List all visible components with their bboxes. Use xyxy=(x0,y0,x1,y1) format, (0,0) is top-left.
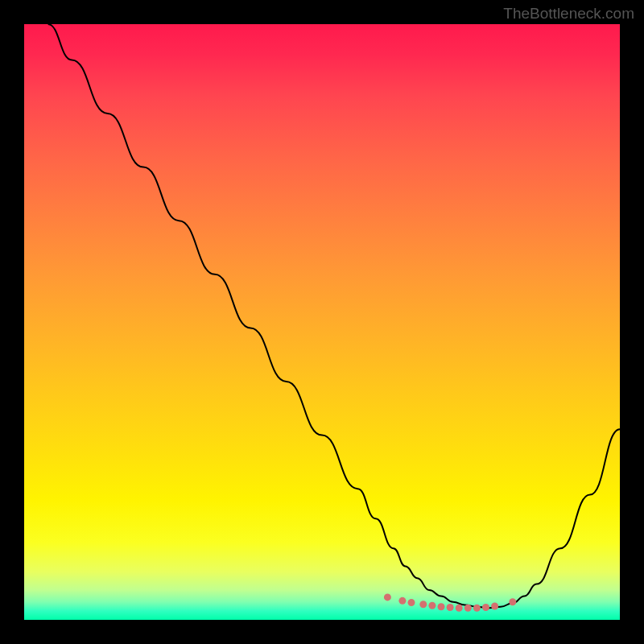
data-marker xyxy=(509,598,516,605)
bottleneck-curve xyxy=(48,24,620,608)
chart-svg xyxy=(24,24,620,620)
watermark-text: TheBottleneck.com xyxy=(503,5,634,23)
data-marker xyxy=(464,605,472,612)
data-marker xyxy=(473,605,481,612)
data-marker xyxy=(456,605,463,612)
data-marker xyxy=(384,593,391,601)
data-marker xyxy=(438,603,445,610)
data-marker xyxy=(419,601,427,608)
data-marker xyxy=(491,602,498,609)
data-markers xyxy=(384,593,516,611)
data-marker xyxy=(428,602,436,609)
data-marker xyxy=(398,597,406,605)
data-marker xyxy=(482,604,489,611)
chart-area xyxy=(24,24,620,620)
data-marker xyxy=(408,599,415,606)
data-marker xyxy=(447,604,454,611)
